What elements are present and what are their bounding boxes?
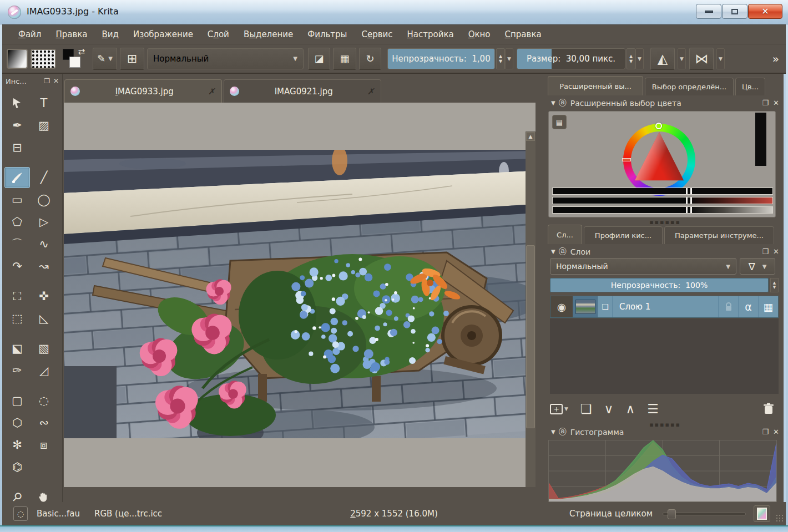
tool-freehand-select[interactable]: ∾ [31,412,57,433]
hue-ring[interactable] [623,124,695,196]
menu-help[interactable]: Справка [498,26,549,43]
opacity-slider[interactable]: Непрозрачность: 1,00 [387,48,495,69]
scroll-up-icon[interactable]: ▲ [526,132,535,141]
tool-fill[interactable]: ⬕ [4,338,30,359]
layer-blend-mode-dropdown[interactable]: Нормальный ▼ [550,258,736,275]
layer-opacity-spinner[interactable]: ▲▼ [770,278,779,292]
layer-opacity-slider[interactable]: Непрозрачность: 100% [550,278,769,292]
tool-edit-shapes[interactable]: ▨ [31,115,57,136]
move-layer-down-button[interactable]: ∨ [604,402,614,416]
color-slider-1[interactable] [552,188,773,195]
status-brush-preset[interactable]: Basic...fau [37,509,80,519]
layer-properties-button[interactable]: ☰ [647,402,659,416]
tool-bezier-select[interactable]: ⌬ [4,457,30,478]
tool-magnetic-select[interactable]: ⧈ [31,434,57,455]
float-docker-icon[interactable]: ❐ [762,428,769,436]
zoom-slider-thumb[interactable] [668,509,676,519]
layer-inherit-alpha-toggle[interactable]: ▦ [758,296,778,317]
zoom-slider[interactable] [663,513,746,515]
tool-bezier-curve[interactable]: ⌒ [4,234,30,255]
tab-close-icon[interactable]: ✗ [208,87,217,97]
color-history-strip[interactable] [755,113,766,166]
float-docker-icon[interactable]: ❐ [762,99,769,107]
status-image-size[interactable]: 2592 x 1552 (16.0M) [350,509,438,519]
tool-perspective[interactable]: ◺ [31,308,57,329]
layer-alpha-lock-toggle[interactable]: α [738,296,758,317]
mirror-horizontal-button[interactable]: ⋈ [689,48,714,70]
mirror-vertical-button[interactable]: ◭ [650,48,675,70]
vertical-scroll-thumb[interactable] [526,245,535,428]
vertical-scrollbar[interactable]: ▲ ▼ [526,131,536,487]
tab-brush-presets[interactable]: Профили кис... [584,226,663,244]
canvas-surround[interactable]: ▲ ▼ ◀ ▶ [64,103,536,487]
tab-color[interactable]: Цв... [735,78,765,95]
background-color[interactable] [69,57,80,68]
layer-row[interactable]: ◉ ❏ Слою 1 α ▦ [550,296,779,318]
collapse-icon[interactable]: ▼ [551,100,555,106]
menu-window[interactable]: Окно [461,26,498,43]
pattern-chooser-button[interactable] [31,49,56,69]
move-layer-up-button[interactable]: ∧ [625,402,635,416]
menu-filter[interactable]: Фильтры [300,26,354,43]
canvas-image[interactable] [64,150,534,438]
doc-tab-imag0921[interactable]: IMAG0921.jpg ✗ [224,79,381,103]
reload-preset-button[interactable]: ↻ [359,48,381,70]
layer-visibility-toggle[interactable]: ◉ [550,296,573,317]
size-slider[interactable]: Размер: 30,00 пикс. [517,48,625,69]
close-docker-icon[interactable]: ✕ [53,77,59,85]
menu-view[interactable]: Вид [95,26,126,43]
doc-tab-imag0933[interactable]: IMAG0933.jpg ✗ [64,79,222,103]
tool-color-picker[interactable]: ✑ [4,360,30,381]
menu-tools[interactable]: Сервис [354,26,400,43]
gradient-chooser-button[interactable] [7,49,28,69]
tool-select-shapes[interactable] [4,93,30,114]
tool-freehand-brush[interactable] [4,167,30,188]
tool-polyline[interactable]: ▷ [31,211,57,232]
tab-advanced-color-selector[interactable]: Расширенный вы... [548,76,643,95]
mirror-horizontal-dropdown[interactable]: ▼ [716,48,725,69]
tool-measure[interactable]: ◿ [31,360,57,381]
resize-grip[interactable] [776,514,784,522]
minimize-button[interactable] [696,4,721,19]
duplicate-layer-button[interactable]: ❏ [580,402,592,416]
close-docker-icon[interactable]: ✕ [773,247,779,256]
preserve-alpha-button[interactable]: ▦ [333,48,356,70]
add-layer-button[interactable]: ＋▼ [550,404,568,414]
tool-line[interactable]: ╱ [31,167,57,188]
toolbar-overflow-button[interactable]: » [772,52,782,65]
tool-curve-brush[interactable]: ↷ [4,256,30,277]
tool-polygon-select[interactable]: ⬡ [4,412,30,433]
tool-gradient[interactable]: ▧ [31,338,57,359]
menu-file[interactable]: Файл [11,26,48,43]
mirror-vertical-dropdown[interactable]: ▼ [678,48,686,69]
float-docker-icon[interactable]: ❐ [44,77,50,85]
opacity-spinner[interactable]: ▲▼ [496,48,505,69]
tab-layers[interactable]: Сл... [548,225,582,244]
restore-button[interactable] [722,4,747,19]
tool-dynamic-brush[interactable]: ↝ [31,256,57,277]
selection-mode-button[interactable]: ◌ [13,506,28,521]
brush-preset-button[interactable]: ✎ ▼ [93,48,117,70]
close-docker-icon[interactable]: ✕ [773,99,779,107]
advanced-color-selector[interactable]: ▤ [548,111,776,217]
tab-tool-options[interactable]: Параметры инструме... [664,226,774,244]
tool-similar-select[interactable]: ✻ [4,434,30,455]
close-button[interactable]: ✕ [748,4,782,19]
layer-name[interactable]: Слою 1 [613,296,718,317]
size-spinner[interactable]: ▲▼ [627,48,635,69]
fit-page-button[interactable] [754,505,770,522]
menu-edit[interactable]: Правка [48,26,94,43]
tool-crop[interactable]: ⛶ [4,286,30,307]
close-docker-icon[interactable]: ✕ [773,428,779,436]
tab-close-icon[interactable]: ✗ [367,87,376,97]
color-slider-3[interactable] [552,206,773,214]
selector-settings-button[interactable]: ▤ [552,115,567,129]
swap-colors-icon[interactable]: ⇄ [78,47,85,57]
menu-layer[interactable]: Слой [200,26,236,43]
eraser-mode-button[interactable]: ◪ [308,48,330,70]
float-docker-icon[interactable]: ❐ [762,247,769,256]
workspace-chooser-button[interactable]: ⊞ [120,48,144,70]
tool-freehand-path[interactable]: ∿ [31,234,57,255]
tool-calligraphy[interactable]: ✒ [4,115,30,136]
layer-list-empty-area[interactable] [550,318,779,394]
